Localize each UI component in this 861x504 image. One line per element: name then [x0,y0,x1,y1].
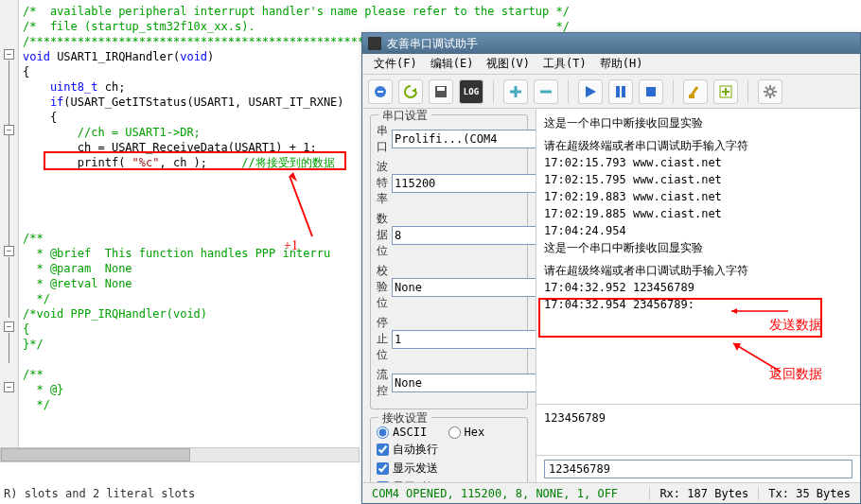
label-databits: 数据位 [377,211,388,259]
tx-input-row [536,456,860,482]
status-bar: COM4 OPENED, 115200, 8, NONE, 1, OFF Rx:… [362,482,860,503]
settings-button[interactable] [758,79,782,104]
status-tx: Tx: 35 Bytes [759,487,860,500]
stop-button[interactable] [639,79,663,104]
editor-gutter [0,0,19,454]
rx-hex-radio[interactable] [448,426,461,439]
rx-line: 这是一个串口中断接收回显实验 [544,114,852,131]
footer-text: R) slots and 2 literal slots [4,487,195,500]
fold-toggle[interactable] [4,382,14,392]
app-icon [368,37,381,50]
code-line: /* available peripheral interrupt handle… [23,4,861,19]
tx-preview: 123456789 [536,405,860,456]
menu-file[interactable]: 文件(F) [368,54,423,74]
menu-tools[interactable]: 工具(T) [537,54,592,74]
menu-bar: 文件(F) 编辑(E) 视图(V) 工具(T) 帮助(H) [362,54,860,75]
log-button[interactable]: LOG [459,79,483,104]
menu-edit[interactable]: 编辑(E) [425,54,480,74]
status-rx: Rx: 187 Bytes [650,487,759,500]
window-title: 友善串口调试助手 [387,36,478,52]
flow-select[interactable] [392,374,536,392]
pause-button[interactable] [608,79,633,104]
fold-toggle[interactable] [4,125,14,135]
minus-button[interactable] [534,79,558,104]
serial-tool-window: 友善串口调试助手 文件(F) 编辑(E) 视图(V) 工具(T) 帮助(H) L… [361,32,861,504]
parity-select[interactable] [392,278,536,297]
annotation-plus1: +1 [284,238,298,253]
serial-settings-group: 串口设置 串 口▾ 波特率▾ 数据位▾ 校验位▾ 停止位▾ 流 控▾ [370,114,528,409]
svg-marker-3 [412,88,416,93]
label-showtime: 显示时间 [393,479,438,482]
tx-input[interactable] [544,460,852,478]
port-select[interactable] [392,130,536,148]
rx-settings-group: 接收设置 ASCII Hex 自动换行 显示发送 显示时间 [370,417,528,482]
scrollbar-thumb[interactable] [1,448,190,461]
add-button[interactable] [713,79,738,104]
svg-rect-5 [437,87,445,91]
rx-ascii-radio[interactable] [377,426,389,439]
svg-rect-8 [622,86,625,97]
rx-line: 这是一个串口中断接收回显实验 [544,239,852,256]
label-showsend: 显示发送 [393,461,438,477]
toolbar: LOG [362,75,860,109]
svg-rect-10 [689,95,694,98]
menu-help[interactable]: 帮助(H) [594,54,649,74]
rx-textarea[interactable]: 这是一个串口中断接收回显实验 请在超级终端或者串口调试助手输入字符 17:02:… [536,109,860,405]
label-parity: 校验位 [377,263,388,311]
fold-toggle[interactable] [4,49,14,60]
rx-line: 17:02:19.885 www.ciast.net [544,205,852,222]
fold-line [9,61,9,250]
annotation-recv: 返回数据 [769,366,822,383]
label-baud: 波特率 [377,159,388,207]
svg-point-12 [767,89,773,95]
autowrap-checkbox[interactable] [377,443,389,456]
fold-toggle[interactable] [4,322,14,332]
highlight-box-rx [538,298,822,338]
svg-rect-9 [646,87,656,96]
clear-button[interactable] [683,79,708,104]
label-stopbits: 停止位 [377,315,388,363]
titlebar[interactable]: 友善串口调试助手 [362,33,860,54]
showtime-checkbox[interactable] [377,481,389,482]
save-button[interactable] [429,79,453,104]
rx-line: 17:02:15.795 www.ciast.net [544,171,852,188]
rx-line: 请在超级终端或者串口调试助手输入字符 [544,262,852,279]
fold-toggle[interactable] [4,246,14,256]
label-autowrap: 自动换行 [393,442,438,458]
rx-panel: 这是一个串口中断接收回显实验 请在超级终端或者串口调试助手输入字符 17:02:… [536,109,860,482]
horizontal-scrollbar[interactable] [0,447,360,462]
rx-line: 17:04:32.952 123456789 [544,279,852,296]
settings-panel: 串口设置 串 口▾ 波特率▾ 数据位▾ 校验位▾ 停止位▾ 流 控▾ 接收设置 … [362,109,536,482]
fold-line [9,257,9,318]
rx-line: 请在超级终端或者串口调试助手输入字符 [544,137,852,154]
label-port: 串 口 [377,123,388,155]
rx-line: 17:02:19.883 www.ciast.net [544,188,852,205]
fold-line [9,333,9,363]
showsend-checkbox[interactable] [377,462,389,475]
group-title: 串口设置 [378,109,431,124]
databits-select[interactable] [392,226,536,245]
play-button[interactable] [578,79,603,104]
rx-line: 17:02:15.793 www.ciast.net [544,154,852,171]
connect-button[interactable] [368,79,393,104]
status-port: COM4 OPENED, 115200, 8, NONE, 1, OFF [362,487,650,500]
svg-marker-16 [733,343,741,351]
svg-rect-7 [616,86,620,97]
plus-button[interactable] [503,79,528,104]
rx-line: 17:04:24.954 [544,222,852,239]
highlight-box [44,151,346,170]
stopbits-select[interactable] [392,330,536,349]
label-flow: 流 控 [377,367,388,399]
group-title: 接收设置 [378,410,431,426]
baud-select[interactable] [392,174,536,193]
refresh-button[interactable] [398,79,423,104]
menu-view[interactable]: 视图(V) [481,54,536,74]
svg-marker-6 [586,86,596,97]
